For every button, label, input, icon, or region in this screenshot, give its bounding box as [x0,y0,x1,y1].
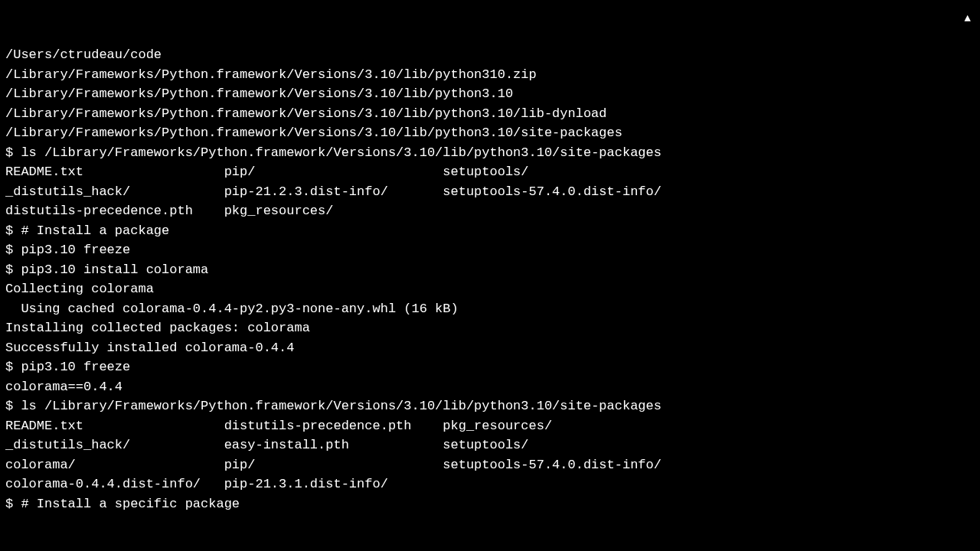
terminal-output-line: /Library/Frameworks/Python.framework/Ver… [5,104,975,124]
terminal-prompt-line: # Install a package [5,221,975,241]
terminal-output-line: /Library/Frameworks/Python.framework/Ver… [5,84,975,104]
terminal-scrollback: /Users/ctrudeau/code/Library/Frameworks/… [5,45,975,514]
command-text: # Install a specific package [21,497,240,511]
terminal-prompt-line: # Install a specific package [5,494,975,514]
terminal-output-line: /Library/Frameworks/Python.framework/Ver… [5,123,975,143]
terminal-viewport[interactable]: /Users/ctrudeau/code/Library/Frameworks/… [0,0,980,551]
terminal-output-line: colorama/ pip/ setuptools-57.4.0.dist-in… [5,455,975,475]
command-text: pip3.10 freeze [21,360,130,374]
terminal-prompt-line: pip3.10 freeze [5,240,975,260]
command-text: pip3.10 install colorama [21,262,208,277]
terminal-output-line: colorama==0.4.4 [5,377,975,397]
terminal-output-line: README.txt pip/ setuptools/ [5,162,975,182]
command-text: # Install a package [21,223,169,238]
command-text: pip3.10 freeze [21,243,130,257]
terminal-output-line: Installing collected packages: colorama [5,318,975,338]
terminal-output-line: /Library/Frameworks/Python.framework/Ver… [5,65,975,85]
terminal-output-line: README.txt distutils-precedence.pth pkg_… [5,416,975,436]
terminal-output-line: distutils-precedence.pth pkg_resources/ [5,201,975,221]
terminal-output-line: _distutils_hack/ easy-install.pth setupt… [5,435,975,455]
command-text: ls /Library/Frameworks/Python.framework/… [21,399,662,413]
terminal-prompt-line: ls /Library/Frameworks/Python.framework/… [5,143,975,163]
terminal-output-line: Successfully installed colorama-0.4.4 [5,338,975,358]
terminal-output-line: colorama-0.4.4.dist-info/ pip-21.3.1.dis… [5,474,975,494]
terminal-prompt-line: pip3.10 install colorama [5,260,975,280]
command-text: ls /Library/Frameworks/Python.framework/… [21,145,662,160]
scroll-up-icon: ▲ [965,9,971,29]
terminal-output-line: /Users/ctrudeau/code [5,45,975,65]
terminal-prompt-line: ls /Library/Frameworks/Python.framework/… [5,396,975,416]
terminal-output-line: _distutils_hack/ pip-21.2.3.dist-info/ s… [5,182,975,202]
terminal-output-line: Collecting colorama [5,279,975,299]
terminal-output-line: Using cached colorama-0.4.4-py2.py3-none… [5,299,975,319]
terminal-prompt-line: pip3.10 freeze [5,357,975,377]
